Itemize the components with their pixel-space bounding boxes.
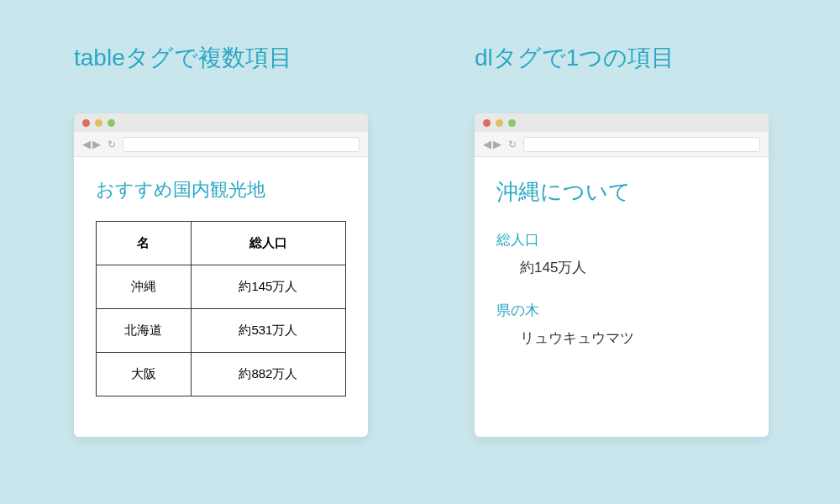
section-title-right: dlタグで1つの項目 [475, 42, 675, 74]
table-header-row: 名 総人口 [97, 222, 346, 265]
refresh-icon[interactable]: ↻ [108, 139, 116, 150]
table-cell: 約882万人 [191, 353, 345, 396]
minimize-icon[interactable] [496, 119, 503, 127]
dl-item: 県の木 リュウキュウマツ [496, 301, 747, 348]
forward-icon[interactable]: ▶ [92, 139, 101, 150]
browser-toolbar: ◀ ▶ ↻ [74, 132, 368, 157]
close-icon[interactable] [82, 119, 90, 127]
page-content: おすすめ国内観光地 名 総人口 沖縄 約145万人 北海道 約531万人 大阪 [74, 157, 368, 417]
window-titlebar [475, 113, 769, 132]
dl-term: 総人口 [496, 230, 747, 249]
dl-def: リュウキュウマツ [520, 328, 747, 348]
table-header: 総人口 [191, 222, 345, 265]
browser-window-left: ◀ ▶ ↻ おすすめ国内観光地 名 総人口 沖縄 約145万人 北海道 約53 [74, 113, 368, 437]
page-title: 沖縄について [496, 177, 747, 207]
table-row: 大阪 約882万人 [97, 353, 346, 396]
table-cell: 北海道 [97, 309, 192, 353]
browser-window-right: ◀ ▶ ↻ 沖縄について 総人口 約145万人 県の木 リュウキュウマツ [475, 113, 769, 437]
refresh-icon[interactable]: ↻ [508, 139, 517, 150]
maximize-icon[interactable] [508, 119, 516, 127]
table-cell: 約145万人 [191, 265, 345, 309]
url-input[interactable] [523, 137, 760, 152]
page-title: おすすめ国内観光地 [96, 177, 346, 202]
minimize-icon[interactable] [95, 119, 102, 127]
dl-def: 約145万人 [520, 258, 747, 277]
back-icon[interactable]: ◀ [483, 139, 491, 150]
url-input[interactable] [123, 137, 360, 152]
back-icon[interactable]: ◀ [82, 139, 91, 150]
window-titlebar [74, 113, 368, 132]
table-row: 北海道 約531万人 [97, 309, 346, 353]
maximize-icon[interactable] [108, 119, 115, 127]
browser-toolbar: ◀ ▶ ↻ [475, 132, 769, 157]
table-cell: 約531万人 [191, 309, 345, 353]
table-cell: 沖縄 [97, 265, 192, 309]
table-cell: 大阪 [97, 353, 192, 396]
dl-term: 県の木 [496, 301, 747, 320]
page-content: 沖縄について 総人口 約145万人 県の木 リュウキュウマツ [475, 157, 769, 391]
table-header: 名 [97, 222, 192, 265]
dl-item: 総人口 約145万人 [496, 230, 747, 277]
section-title-left: tableタグで複数項目 [74, 42, 292, 74]
close-icon[interactable] [483, 119, 491, 127]
data-table: 名 総人口 沖縄 約145万人 北海道 約531万人 大阪 約882万人 [96, 221, 346, 396]
table-row: 沖縄 約145万人 [97, 265, 346, 309]
forward-icon[interactable]: ▶ [493, 139, 501, 150]
